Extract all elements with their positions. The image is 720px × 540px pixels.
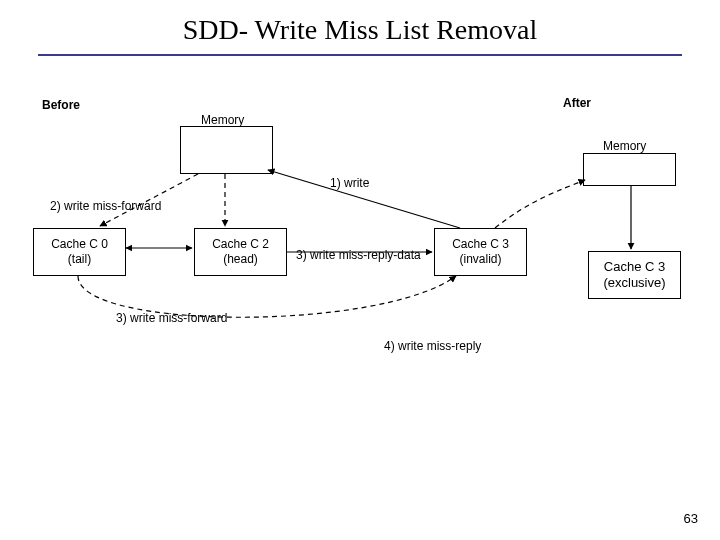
slide-number: 63: [684, 511, 698, 526]
svg-line-0: [268, 170, 460, 228]
svg-line-2: [100, 174, 198, 226]
diagram-arrows: [0, 0, 720, 540]
